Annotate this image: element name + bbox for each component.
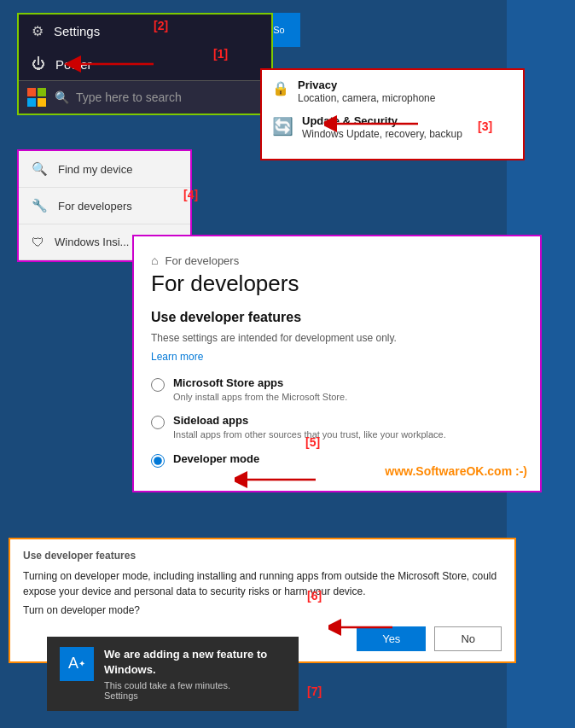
dev-panel-breadcrumb: ⌂ For developers — [151, 253, 523, 267]
radio-ms-store-input[interactable] — [151, 378, 165, 392]
no-button[interactable]: No — [434, 626, 502, 651]
dev-section-desc: These settings are intended for developm… — [151, 330, 523, 346]
dialog-title: Use developer features — [23, 550, 502, 562]
yes-button[interactable]: Yes — [357, 626, 426, 651]
radio-sideload-input[interactable] — [151, 416, 165, 429]
privacy-title: Privacy — [298, 79, 435, 91]
dev-section-title: Use developer features — [151, 310, 523, 325]
toast-icon: A✦ — [60, 647, 94, 681]
svg-rect-1 — [38, 88, 46, 96]
dialog-text: Turning on developer mode, including ins… — [23, 568, 502, 599]
radio-dev-mode-input[interactable] — [151, 454, 165, 468]
settings-label: Settings — [54, 24, 100, 38]
power-item[interactable]: ⏻ Power — [19, 48, 271, 80]
nav-insider-label: Windows Insi... — [55, 236, 129, 248]
ms-store-desc: Only install apps from the Microsoft Sto… — [173, 391, 347, 404]
privacy-item: 🔒 Privacy Location, camera, microphone — [272, 79, 513, 106]
svg-rect-2 — [27, 98, 36, 107]
camera-icon: 🔒 — [272, 80, 289, 96]
power-icon: ⏻ — [32, 56, 45, 72]
privacy-panel: 🔒 Privacy Location, camera, microphone 🔄… — [260, 68, 525, 160]
nav-for-developers[interactable]: 🔧 For developers — [19, 188, 190, 224]
dev-watermark: www.SoftwareOK.com :-) — [385, 464, 527, 478]
nav-find-device-label: Find my device — [58, 163, 132, 176]
toast-content: We are adding a new feature to Windows. … — [104, 647, 286, 701]
badge-6: [6] — [307, 589, 322, 603]
update-title: Update & Security — [302, 114, 462, 127]
radio-sideload: Sideload apps Install apps from other so… — [151, 414, 523, 441]
find-device-icon: 🔍 — [32, 161, 48, 177]
update-desc: Windows Update, recovery, backup — [302, 127, 462, 142]
search-bar: 🔍 Type here to search — [19, 80, 271, 114]
radio-ms-store: Microsoft Store apps Only install apps f… — [151, 376, 523, 404]
svg-rect-3 — [38, 98, 46, 107]
dialog-question: Turn on developer mode? — [23, 604, 502, 616]
privacy-desc: Location, camera, microphone — [298, 91, 435, 106]
badge-4: [4] — [183, 188, 198, 201]
badge-5: [5] — [305, 435, 320, 449]
svg-rect-0 — [27, 88, 36, 96]
dev-panel-heading: For developers — [151, 271, 523, 297]
insider-icon: 🛡 — [32, 235, 44, 249]
learn-more-link[interactable]: Learn more — [151, 351, 523, 363]
nav-for-developers-label: For developers — [58, 200, 132, 213]
start-menu: ⚙ Settings ⏻ Power 🔍 Type here to search — [17, 13, 273, 115]
badge-2: [2] — [154, 19, 168, 32]
badge-7: [7] — [307, 684, 322, 698]
nav-find-device[interactable]: 🔍 Find my device — [19, 151, 190, 188]
search-placeholder: Type here to search — [76, 90, 182, 104]
toast-footer: Settings — [104, 690, 286, 701]
badge-3: [3] — [478, 119, 492, 133]
home-icon: ⌂ — [151, 253, 158, 267]
settings-item[interactable]: ⚙ Settings — [19, 15, 271, 48]
update-icon: 🔄 — [272, 116, 293, 137]
toast-title: We are adding a new feature to Windows. — [104, 647, 286, 678]
toast-subtitle: This could take a few minutes. — [104, 680, 286, 690]
ms-store-label: Microsoft Store apps — [173, 376, 347, 389]
settings-icon: ⚙ — [32, 23, 44, 39]
developers-icon: 🔧 — [32, 198, 48, 213]
search-icon: 🔍 — [55, 90, 69, 104]
badge-1: [1] — [213, 47, 228, 61]
update-item: 🔄 Update & Security Windows Update, reco… — [272, 114, 513, 142]
sideload-label: Sideload apps — [173, 414, 446, 427]
dev-panel: ⌂ For developers For developers Use deve… — [132, 235, 542, 492]
power-label: Power — [55, 57, 92, 72]
dev-mode-label: Developer mode — [173, 452, 259, 465]
toast-notification: A✦ We are adding a new feature to Window… — [47, 637, 299, 711]
windows-logo-icon — [27, 88, 46, 107]
